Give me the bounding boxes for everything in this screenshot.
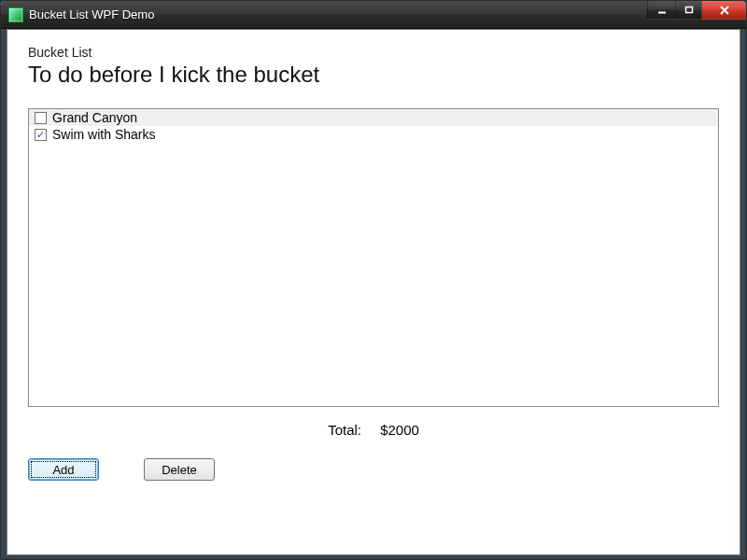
delete-button[interactable]: Delete: [144, 458, 215, 481]
titlebar[interactable]: Bucket List WPF Demo: [1, 1, 746, 29]
client-area: Bucket List To do before I kick the buck…: [7, 29, 740, 555]
close-icon: [719, 6, 730, 15]
window-title: Bucket List WPF Demo: [29, 7, 154, 21]
bucket-listbox[interactable]: ✓ Grand Canyon ✓ Swim with Sharks: [28, 108, 719, 407]
maximize-icon: [684, 6, 694, 15]
total-row: Total: $2000: [28, 422, 719, 438]
svg-rect-1: [685, 7, 692, 12]
client-chrome: Bucket List To do before I kick the buck…: [1, 29, 746, 560]
add-button[interactable]: Add: [28, 458, 99, 481]
total-value: $2000: [380, 422, 419, 438]
heading-small: Bucket List: [28, 45, 719, 60]
window-frame: Bucket List WPF Demo Bucket List To do b…: [0, 0, 747, 560]
checkbox-icon[interactable]: ✓: [35, 129, 47, 141]
minimize-button[interactable]: [647, 1, 675, 20]
maximize-button[interactable]: [675, 1, 701, 20]
window-control-group: [647, 1, 746, 20]
app-icon: [8, 7, 23, 22]
list-item-label: Swim with Sharks: [52, 127, 155, 142]
heading-large: To do before I kick the bucket: [28, 62, 719, 88]
close-button[interactable]: [701, 1, 746, 20]
checkbox-icon[interactable]: ✓: [35, 112, 47, 124]
list-item-label: Grand Canyon: [52, 110, 137, 125]
list-item[interactable]: ✓ Grand Canyon: [29, 109, 718, 126]
button-row: Add Delete: [28, 458, 719, 481]
total-label: Total:: [328, 422, 361, 438]
list-item[interactable]: ✓ Swim with Sharks: [29, 126, 718, 143]
minimize-icon: [657, 6, 667, 15]
